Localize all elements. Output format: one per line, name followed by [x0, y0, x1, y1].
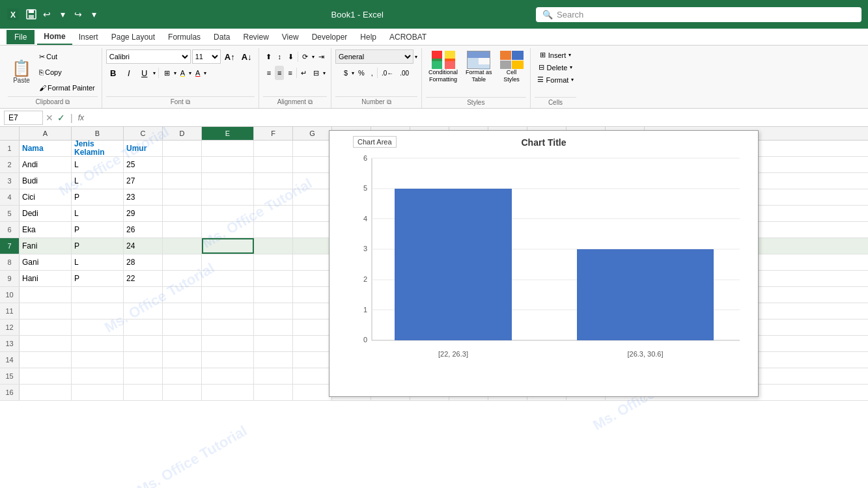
alignment-expand-icon[interactable]: ⧉	[308, 98, 313, 105]
row-num-1[interactable]: 1	[0, 141, 20, 156]
font-name-select[interactable]: Calibri	[106, 49, 191, 64]
cell-c8[interactable]: 28	[124, 254, 163, 270]
borders-button[interactable]: ⊞	[161, 66, 173, 80]
row-num-5[interactable]: 5	[0, 206, 20, 221]
cell-e9[interactable]	[202, 271, 254, 286]
cell-e2[interactable]	[202, 157, 254, 172]
cell-e1[interactable]	[202, 141, 254, 156]
delete-dropdown[interactable]: ▾	[570, 64, 572, 70]
align-right-button[interactable]: ≡	[285, 66, 294, 80]
row-num-2[interactable]: 2	[0, 157, 20, 172]
cell-b7[interactable]: P	[72, 238, 124, 254]
menu-page-layout[interactable]: Page Layout	[105, 30, 161, 44]
merge-dropdown[interactable]: ▾	[323, 70, 326, 76]
cell-a8[interactable]: Gani	[20, 254, 72, 270]
chart-bar-2[interactable]	[577, 249, 714, 340]
fill-dropdown[interactable]: ▾	[189, 70, 191, 76]
cell-c6[interactable]: 26	[124, 222, 163, 237]
cell-d9[interactable]	[163, 271, 202, 286]
align-top-button[interactable]: ⬆	[263, 49, 274, 64]
currency-dropdown[interactable]: ▾	[352, 70, 354, 76]
cell-d5[interactable]	[163, 206, 202, 221]
row-num-7[interactable]: 7	[0, 238, 20, 254]
cell-e4[interactable]	[202, 189, 254, 205]
cut-button[interactable]: ✂ Cut	[36, 49, 98, 64]
decrease-font-button[interactable]: A↓	[239, 49, 255, 64]
menu-acrobat[interactable]: ACROBAT	[383, 30, 433, 44]
percent-button[interactable]: %	[356, 66, 367, 80]
number-format-select[interactable]: General	[335, 49, 413, 64]
col-header-g[interactable]: G	[293, 127, 332, 140]
cell-e8[interactable]	[202, 254, 254, 270]
cell-c1[interactable]: Umur	[124, 141, 163, 156]
cell-c7[interactable]: 24	[124, 238, 163, 254]
cell-a4[interactable]: Cici	[20, 189, 72, 205]
menu-view[interactable]: View	[275, 30, 305, 44]
cancel-formula-icon[interactable]: ✕	[46, 113, 53, 123]
col-header-f[interactable]: F	[254, 127, 293, 140]
cell-g9[interactable]	[293, 271, 332, 286]
cell-a1[interactable]: Nama	[20, 141, 72, 156]
cell-f5[interactable]	[254, 206, 293, 221]
cell-e5[interactable]	[202, 206, 254, 221]
align-bottom-button[interactable]: ⬇	[285, 49, 296, 64]
undo-dropdown[interactable]: ▾	[56, 8, 69, 21]
paste-button[interactable]: 📋 Paste	[8, 55, 35, 90]
increase-decimal-button[interactable]: .00	[397, 66, 412, 80]
cell-g6[interactable]	[293, 222, 332, 237]
conditional-formatting-button[interactable]: ConditionalFormatting	[426, 49, 460, 85]
col-header-b[interactable]: B	[72, 127, 124, 140]
cell-g2[interactable]	[293, 157, 332, 172]
cell-b3[interactable]: L	[72, 173, 124, 189]
cell-b4[interactable]: P	[72, 189, 124, 205]
italic-button[interactable]: I	[122, 66, 136, 80]
customize-quick-access[interactable]: ▾	[87, 8, 100, 21]
cell-f7[interactable]	[254, 238, 293, 254]
delete-button[interactable]: ⊟ Delete ▾	[536, 62, 576, 73]
underline-dropdown[interactable]: ▾	[153, 70, 156, 76]
cell-b8[interactable]: L	[72, 254, 124, 270]
col-header-a[interactable]: A	[20, 127, 72, 140]
menu-developer[interactable]: Developer	[305, 30, 354, 44]
cell-f8[interactable]	[254, 254, 293, 270]
row-num-8[interactable]: 8	[0, 254, 20, 270]
cell-g5[interactable]	[293, 206, 332, 221]
cell-a5[interactable]: Dedi	[20, 206, 72, 221]
cell-g4[interactable]	[293, 189, 332, 205]
cell-f9[interactable]	[254, 271, 293, 286]
cell-c5[interactable]: 29	[124, 206, 163, 221]
cell-c9[interactable]: 22	[124, 271, 163, 286]
angle-dropdown[interactable]: ▾	[312, 54, 315, 60]
cell-e7[interactable]	[202, 238, 254, 254]
insert-dropdown[interactable]: ▾	[568, 52, 571, 58]
cell-b5[interactable]: L	[72, 206, 124, 221]
number-expand-icon[interactable]: ⧉	[387, 98, 391, 105]
confirm-formula-icon[interactable]: ✓	[57, 113, 65, 123]
formula-input[interactable]	[87, 111, 864, 125]
cell-b1[interactable]: JenisKelamin	[72, 141, 124, 156]
cell-a9[interactable]: Hani	[20, 271, 72, 286]
align-center-button[interactable]: ≡	[275, 66, 284, 80]
save-icon[interactable]	[25, 8, 38, 21]
cell-f6[interactable]	[254, 222, 293, 237]
cell-styles-button[interactable]: CellStyles	[497, 49, 526, 85]
wrap-text-button[interactable]: ↵	[298, 66, 309, 80]
angle-text-button[interactable]: ⟳	[300, 49, 311, 64]
row-num-4[interactable]: 4	[0, 189, 20, 205]
menu-insert[interactable]: Insert	[72, 30, 105, 44]
cell-e3[interactable]	[202, 173, 254, 189]
font-size-select[interactable]: 11	[192, 49, 221, 64]
increase-font-button[interactable]: A↑	[222, 49, 238, 64]
cell-d1[interactable]	[163, 141, 202, 156]
col-header-d[interactable]: D	[163, 127, 202, 140]
row-num-9[interactable]: 9	[0, 271, 20, 286]
cell-f3[interactable]	[254, 173, 293, 189]
menu-file[interactable]: File	[7, 30, 35, 44]
cell-a7[interactable]: Fani	[20, 238, 72, 254]
cell-g1[interactable]	[293, 141, 332, 156]
redo-icon[interactable]: ↪	[72, 8, 85, 21]
cell-a2[interactable]: Andi	[20, 157, 72, 172]
row-num-6[interactable]: 6	[0, 222, 20, 237]
chart-bar-1[interactable]	[395, 189, 512, 340]
menu-home[interactable]: Home	[37, 29, 72, 45]
